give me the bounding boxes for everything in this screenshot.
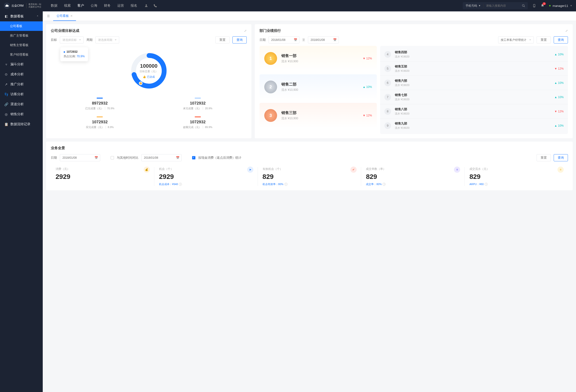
expand-icon[interactable]: ⤢ xyxy=(565,29,568,32)
goal-total-label: 目标总量（元） xyxy=(140,70,158,73)
sidebar-item[interactable]: 销售主管看板 xyxy=(0,40,43,50)
podium-item: 1销售一部流水 ¥10,900▼ 12% xyxy=(259,46,377,71)
tabs: ☰ 公司看板✕ xyxy=(43,11,576,21)
chart-tooltip: 1072932 所占比例: 70.9% xyxy=(60,47,88,61)
label: 与其他时间对比 xyxy=(117,156,138,160)
search-button[interactable] xyxy=(519,4,528,7)
rank-row: 7销售七部流水 ¥19020▲ 10% xyxy=(380,90,568,104)
nav-item[interactable]: 数据 xyxy=(51,3,58,8)
rank-row: 9销售九部流水 ¥19020▲ 10% xyxy=(380,119,568,133)
logo-icon xyxy=(4,3,10,9)
kpi-item: 有效机会（个）✔829机会有效率：80% ? xyxy=(258,167,361,186)
medal-icon: 1 xyxy=(264,52,277,65)
menu-icon: ⊙ xyxy=(4,72,8,76)
tab-company-board[interactable]: 公司看板✕ xyxy=(53,11,76,21)
brand-sub: 教育机构一站式服务云平台 xyxy=(26,3,41,8)
status-dot xyxy=(549,5,550,6)
nav-item[interactable]: 报名 xyxy=(131,3,137,8)
sidebar-item[interactable]: 客户经理看板 xyxy=(0,50,43,60)
expand-icon[interactable]: ⤢ xyxy=(244,29,247,32)
sidebar-item[interactable]: 推广主管看板 xyxy=(0,31,43,40)
sidebar-item[interactable]: ▿漏斗分析 xyxy=(0,60,43,69)
menu-icon: 🔗 xyxy=(4,102,8,106)
compare-checkbox[interactable] xyxy=(111,156,114,159)
podium-item: 3销售三部流水 ¥10,900▼ 12% xyxy=(259,103,377,128)
close-icon[interactable]: ✕ xyxy=(70,14,73,18)
menu-icon: 📋 xyxy=(4,122,8,126)
sidebar-item[interactable]: 🔗渠道分析 xyxy=(0,99,43,109)
dashboard-icon: ◧ xyxy=(4,14,8,19)
label: 目标 xyxy=(51,38,57,42)
kpi-item: 成交流水（元）≡829ARPU：¥80 ? xyxy=(465,167,568,186)
help-icon[interactable]: ? xyxy=(382,183,386,186)
legend-item: 1072932未完成量（元）20.9% xyxy=(149,98,247,110)
cash-checkbox[interactable] xyxy=(192,156,195,159)
medal-icon: 2 xyxy=(264,81,277,93)
search-type-select[interactable]: 手机号码 ▼ xyxy=(463,4,484,8)
rank-row: 6销售六部流水 ¥19020▲ 10% xyxy=(380,76,568,90)
date-to[interactable]: 2018/01/08📅 xyxy=(308,36,339,43)
date-compare-input[interactable]: 2018/01/08📅 xyxy=(141,154,182,161)
card-title: 业务全景 xyxy=(51,146,568,151)
sidebar-item[interactable]: ◎销售分析 xyxy=(0,109,43,119)
svg-point-3 xyxy=(534,6,534,7)
nav-item[interactable]: 公海 xyxy=(91,3,97,8)
rank-number: 6 xyxy=(384,80,391,86)
rank-card: 部门业绩排行 ⤢ 日期 2018/01/08📅 至 2018/01/08📅 按工… xyxy=(255,24,573,138)
help-icon[interactable]: ? xyxy=(485,183,488,186)
query-button[interactable]: 查询 xyxy=(232,36,247,43)
reached-badge: 👍 已达成 xyxy=(143,75,155,79)
svg-point-1 xyxy=(522,4,524,6)
sidebar-item[interactable]: ⊙成本分析 xyxy=(0,69,43,79)
menu-icon: ▿ xyxy=(4,62,8,66)
reset-button[interactable]: 重置 xyxy=(537,154,551,161)
card-title: 公司业绩目标达成 xyxy=(51,29,79,33)
date-input[interactable]: 2018/01/08📅 xyxy=(60,154,100,161)
nav-item[interactable]: 运营 xyxy=(117,3,124,8)
nav-item[interactable]: 客户 xyxy=(77,3,84,8)
brand-name: 云朵CRM xyxy=(11,4,24,8)
query-button[interactable]: 查询 xyxy=(554,36,568,43)
user-menu[interactable]: manager11 ▼ xyxy=(549,4,572,8)
rank-number: 9 xyxy=(384,122,391,129)
nav-item[interactable]: 线索 xyxy=(64,3,71,8)
label: 日期 xyxy=(259,38,266,42)
calendar-icon: 📅 xyxy=(176,156,179,159)
mobile-icon[interactable] xyxy=(533,3,536,8)
calendar-icon: 📅 xyxy=(294,38,297,42)
notification-icon[interactable]: 5 xyxy=(541,4,545,8)
kpi-item: 成交单数（单）≡829成交率：80% ? xyxy=(361,167,465,186)
kpi-item: 机会（个）➤2929机会成本：¥948 ? xyxy=(154,167,258,186)
sidebar-group-dashboard[interactable]: ◧数据看板 ⌃ xyxy=(0,11,43,21)
label: 按现金消费（返点后消费）统计 xyxy=(198,156,241,160)
sidebar-item[interactable]: 📋数据流转记录 xyxy=(0,119,43,129)
toggle-sidebar-icon[interactable]: ☰ xyxy=(45,14,52,18)
nav: 数据线索客户公海财务运营报名 xyxy=(51,3,137,8)
goal-total: 100000 xyxy=(140,63,158,69)
groupby-select[interactable]: 按工单客户经理统计 xyxy=(498,36,534,43)
chevron-up-icon: ⌃ xyxy=(37,15,38,18)
query-button[interactable]: 查询 xyxy=(554,154,568,161)
rank-number: 7 xyxy=(384,94,391,100)
sidebar-item[interactable]: 👣访客分析 xyxy=(0,89,43,99)
help-icon[interactable]: ? xyxy=(179,183,182,186)
person-icon[interactable] xyxy=(144,4,148,8)
sidebar-item[interactable]: 公司看板 xyxy=(0,21,43,31)
rank-row: 8销售八部流水 ¥19020▼ 12% xyxy=(380,104,568,119)
sidebar-item[interactable]: ↗推广分析 xyxy=(0,79,43,89)
period-select[interactable]: 请选择周期 xyxy=(95,36,119,43)
phone-icon[interactable] xyxy=(153,4,157,8)
nav-item[interactable]: 财务 xyxy=(104,3,111,8)
target-select[interactable]: 请选择目标 xyxy=(60,36,84,43)
donut-chart: 1072932 所占比例: 70.9% 100000 目标总量（元） xyxy=(51,46,247,96)
kpi-item: 消费（元）💰2929 xyxy=(51,167,154,186)
kpi-icon: 💰 xyxy=(144,167,150,173)
help-icon[interactable]: ? xyxy=(285,183,288,186)
date-from[interactable]: 2018/01/08📅 xyxy=(268,36,299,43)
label: 至 xyxy=(302,38,305,42)
reset-button[interactable]: 重置 xyxy=(537,36,551,43)
menu-icon: 👣 xyxy=(4,92,8,96)
svg-point-0 xyxy=(146,4,147,6)
reset-button[interactable]: 重置 xyxy=(215,36,230,43)
search-input[interactable] xyxy=(484,4,519,7)
